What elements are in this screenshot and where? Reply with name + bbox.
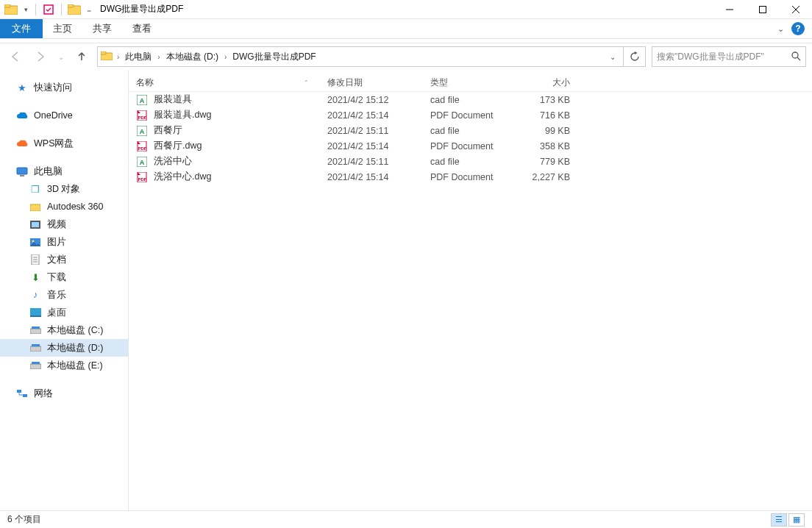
svg-rect-10 [101, 51, 106, 54]
sidebar-item-videos[interactable]: 视频 [0, 215, 128, 233]
breadcrumb-folder[interactable]: DWG批量导出成PDF [229, 51, 318, 63]
sidebar-item-label: 文档 [47, 254, 66, 266]
details-view-button[interactable]: ☰ [771, 513, 787, 527]
minimize-button[interactable] [713, 0, 746, 19]
sidebar-item-label: 桌面 [47, 307, 66, 319]
sidebar-item-drive-d[interactable]: 本地磁盘 (D:) [0, 339, 128, 357]
cloud-icon [16, 110, 28, 121]
help-icon[interactable]: ? [791, 22, 805, 35]
chevron-right-icon[interactable]: › [115, 53, 121, 61]
sidebar-item-desktop[interactable]: 桌面 [0, 304, 128, 321]
chevron-right-icon[interactable]: › [156, 53, 161, 61]
file-date: 2021/4/2 15:14 [320, 141, 423, 151]
cloud-icon [16, 138, 28, 149]
file-row[interactable]: PDF西餐厅.dwg2021/4/2 15:14PDF Document358 … [129, 138, 812, 154]
chevron-right-icon[interactable]: › [223, 53, 228, 61]
status-bar: 6 个项目 ☰ ▦ [0, 510, 812, 528]
close-button[interactable] [779, 0, 812, 19]
file-row[interactable]: PDF洗浴中心.dwg2021/4/2 15:14PDF Document2,2… [129, 169, 812, 185]
sidebar-item-label: 视频 [47, 218, 66, 231]
column-header-name[interactable]: 名称˄ [129, 76, 320, 89]
file-row[interactable]: A服装道具2021/4/2 15:12cad file173 KB [129, 92, 812, 107]
thumbnails-view-button[interactable]: ▦ [788, 513, 805, 527]
svg-rect-13 [17, 168, 27, 174]
file-size: 99 KB [511, 126, 577, 136]
address-dropdown-icon[interactable]: ⌄ [605, 53, 620, 61]
tab-file[interactable]: 文件 [0, 19, 43, 38]
svg-point-19 [32, 240, 35, 242]
cad-file-icon: A [136, 125, 148, 137]
breadcrumb-drive[interactable]: 本地磁盘 (D:) [163, 51, 221, 63]
sidebar-item-drive-c[interactable]: 本地磁盘 (C:) [0, 321, 128, 339]
address-row: ⌄ › 此电脑 › 本地磁盘 (D:) › DWG批量导出成PDF ⌄ 搜索"D… [0, 43, 812, 70]
svg-rect-4 [68, 4, 74, 7]
file-list: 名称˄ 修改日期 类型 大小 A服装道具2021/4/2 15:12cad fi… [129, 70, 812, 510]
file-name: 服装道具.dwg [154, 109, 211, 121]
column-header-type[interactable]: 类型 [423, 76, 511, 89]
svg-line-12 [797, 57, 800, 60]
svg-text:A: A [140, 97, 145, 104]
folder-icon[interactable] [3, 1, 19, 18]
svg-rect-27 [32, 327, 40, 329]
file-name: 洗浴中心 [154, 155, 192, 168]
ribbon: 文件 主页 共享 查看 ⌄ ? [0, 19, 812, 39]
recent-dropdown-icon[interactable]: ⌄ [56, 47, 66, 66]
svg-rect-14 [20, 175, 24, 176]
svg-rect-24 [30, 308, 41, 315]
sidebar-item-this-pc[interactable]: 此电脑 [0, 163, 128, 180]
sidebar-item-music[interactable]: ♪音乐 [0, 286, 128, 304]
tab-home[interactable]: 主页 [43, 19, 82, 38]
navigation-pane: ★ 快速访问 OneDrive WPS网盘 此电脑 ❒3D 对象 Autodes… [0, 70, 129, 510]
qat-dropdown-icon[interactable]: ▾ [21, 1, 31, 18]
sidebar-item-quick-access[interactable]: ★ 快速访问 [0, 79, 128, 96]
file-name: 洗浴中心.dwg [154, 171, 211, 183]
sidebar-item-label: Autodesk 360 [47, 201, 103, 212]
svg-rect-1 [4, 4, 10, 7]
file-date: 2021/4/2 15:11 [320, 126, 423, 136]
drive-icon [29, 360, 41, 371]
divider [35, 4, 36, 15]
address-bar[interactable]: › 此电脑 › 本地磁盘 (D:) › DWG批量导出成PDF ⌄ [97, 46, 624, 67]
sidebar-item-documents[interactable]: 文档 [0, 251, 128, 268]
refresh-button[interactable] [624, 46, 646, 67]
sidebar-item-drive-e[interactable]: 本地磁盘 (E:) [0, 357, 128, 374]
properties-icon[interactable] [40, 1, 57, 18]
file-size: 716 KB [511, 110, 577, 121]
file-type: PDF Document [423, 141, 511, 151]
back-button[interactable] [6, 47, 25, 66]
up-button[interactable] [72, 47, 91, 66]
breadcrumb-root[interactable]: 此电脑 [122, 51, 154, 63]
sidebar-item-autodesk[interactable]: Autodesk 360 [0, 198, 128, 215]
file-row[interactable]: A洗浴中心2021/4/2 15:11cad file779 KB [129, 154, 812, 169]
sidebar-item-pictures[interactable]: 图片 [0, 233, 128, 251]
status-item-count: 6 个项目 [7, 513, 41, 526]
sidebar-item-network[interactable]: 网络 [0, 385, 128, 402]
svg-rect-28 [30, 346, 41, 352]
forward-button[interactable] [31, 47, 50, 66]
file-type: cad file [423, 126, 511, 136]
qat-overflow-icon[interactable]: ₌ [84, 1, 94, 18]
svg-text:PDF: PDF [138, 177, 147, 182]
column-header-date[interactable]: 修改日期 [320, 76, 423, 89]
sidebar-item-label: 下载 [47, 271, 66, 284]
svg-rect-29 [32, 344, 40, 346]
column-headers: 名称˄ 修改日期 类型 大小 [129, 74, 812, 92]
sidebar-item-wps[interactable]: WPS网盘 [0, 135, 128, 152]
search-icon[interactable] [791, 51, 801, 63]
file-row[interactable]: PDF服装道具.dwg2021/4/2 15:14PDF Document716… [129, 107, 812, 123]
maximize-button[interactable] [746, 0, 779, 19]
column-header-size[interactable]: 大小 [511, 76, 577, 89]
file-row[interactable]: A西餐厅2021/4/2 15:11cad file99 KB [129, 123, 812, 138]
sidebar-item-downloads[interactable]: ⬇下载 [0, 268, 128, 286]
sidebar-item-label: 本地磁盘 (D:) [47, 342, 103, 354]
ribbon-expand-icon[interactable]: ⌄ [777, 24, 784, 34]
sidebar-item-3d-objects[interactable]: ❒3D 对象 [0, 180, 128, 198]
folder-icon[interactable] [66, 1, 82, 18]
sidebar-item-onedrive[interactable]: OneDrive [0, 107, 128, 124]
tab-view[interactable]: 查看 [122, 19, 162, 38]
file-type: PDF Document [423, 110, 511, 121]
search-input[interactable]: 搜索"DWG批量导出成PDF" [652, 46, 806, 67]
tab-share[interactable]: 共享 [82, 19, 122, 38]
file-size: 358 KB [511, 141, 577, 151]
file-name: 服装道具 [154, 93, 192, 106]
